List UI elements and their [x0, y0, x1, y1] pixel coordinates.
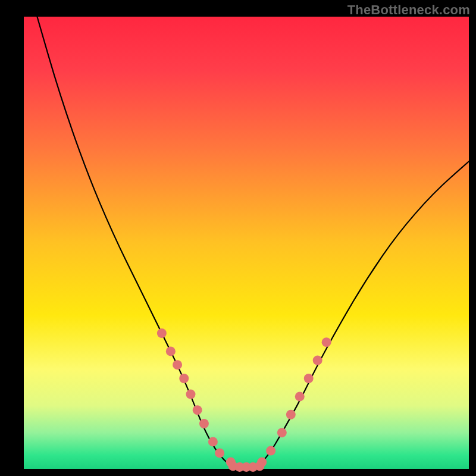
chart-stage: TheBottleneck.com — [0, 0, 476, 476]
marker-right-markers — [295, 392, 305, 401]
marker-right-markers — [313, 356, 322, 365]
marker-left-markers — [166, 346, 176, 356]
marker-left-markers — [186, 390, 196, 399]
marker-left-markers — [193, 405, 202, 415]
marker-left-markers — [215, 448, 224, 458]
marker-left-markers — [157, 328, 167, 338]
watermark-label: TheBottleneck.com — [347, 2, 470, 18]
marker-right-markers — [266, 446, 275, 456]
marker-bottom-markers — [255, 461, 264, 471]
marker-right-markers — [277, 428, 287, 437]
plot-background — [24, 17, 469, 469]
marker-right-markers — [322, 337, 331, 347]
marker-left-markers — [173, 360, 182, 369]
marker-left-markers — [199, 419, 209, 428]
marker-left-markers — [179, 374, 189, 383]
marker-right-markers — [304, 374, 314, 383]
marker-right-markers — [286, 410, 296, 419]
marker-left-markers — [208, 437, 218, 446]
bottleneck-chart — [0, 0, 476, 476]
